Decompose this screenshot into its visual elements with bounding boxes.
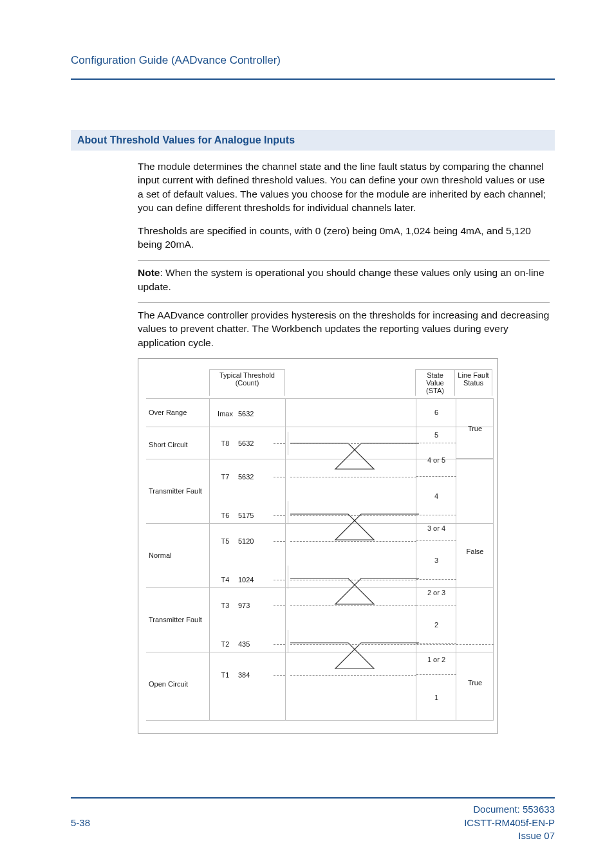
note-top-rule [138, 260, 550, 261]
diagram-header-row: Typical Threshold (Count) State Value (S… [138, 359, 498, 398]
thresh-dash [274, 644, 285, 645]
note-paragraph: Note: When the system is operational you… [138, 266, 550, 293]
state-open-circuit: Open Circuit [146, 652, 209, 716]
thresh-value: 384 [238, 671, 272, 679]
thresh-dash [274, 580, 285, 580]
hdr-line-fault: Line Fault Status [455, 369, 492, 396]
dash-line [290, 605, 416, 606]
thresh-value: 1024 [238, 576, 272, 584]
thresh-dash [274, 515, 285, 516]
sta-3: 3 [416, 541, 456, 580]
thresh-t4: T4 1024 [214, 573, 285, 586]
state-tx-fault-lower: Transmitter Fault [146, 587, 209, 652]
tick [288, 501, 288, 524]
thresh-value: 5175 [238, 512, 272, 519]
hysteresis-icon [290, 508, 419, 546]
hdr-typical-threshold: Typical Threshold (Count) [209, 369, 285, 396]
state-short-circuit: Short Circuit [146, 434, 209, 456]
footer-doc-line2: ICSTT-RM405f-EN-P [464, 817, 555, 829]
sta-1: 1 [416, 675, 456, 720]
lf-true-top: True [456, 398, 494, 459]
hdr-blank [146, 369, 209, 396]
state-tx-fault-upper: Transmitter Fault [146, 459, 209, 523]
thresh-dash [274, 477, 285, 477]
lf-true-bottom: True [456, 644, 494, 720]
thresh-value: 435 [238, 640, 272, 648]
thresh-t2: T2 435 [214, 638, 285, 651]
tick [288, 630, 288, 653]
thresh-t7: T7 5632 [214, 470, 285, 483]
thresh-value: 5120 [238, 537, 272, 545]
thresh-t8: T8 5632 [214, 437, 285, 450]
h-sep [146, 720, 494, 721]
thresh-dash [274, 443, 285, 444]
tick [288, 432, 288, 455]
sta-2or3: 2 or 3 [416, 580, 456, 605]
sta-3or4: 3 or 4 [416, 515, 456, 541]
thresh-label: T2 [214, 640, 236, 648]
tx-fault-label-2: Transmitter Fault [149, 616, 202, 623]
note-bottom-rule [138, 302, 550, 303]
hysteresis-icon [290, 636, 419, 675]
footer-doc-info: Document: 553633 ICSTT-RM405f-EN-P Issue… [464, 803, 555, 842]
sta-4: 4 [416, 477, 456, 515]
dash-line [290, 675, 416, 676]
thresh-label: T8 [214, 439, 236, 447]
lf-false: False [456, 459, 494, 644]
diagram-body: Over Range Short Circuit Transmitter Fau… [138, 398, 498, 733]
paragraph-1: The module determines the channel state … [138, 160, 550, 215]
thresh-label: Imax [214, 410, 236, 418]
thresh-label: T7 [214, 473, 236, 481]
thresh-label: T5 [214, 537, 236, 545]
thresh-label: T3 [214, 602, 236, 609]
footer-rule [71, 797, 555, 799]
tx-fault-label-1: Transmitter Fault [149, 487, 202, 495]
thresh-value: 5632 [238, 473, 272, 481]
thresh-t5: T5 5120 [214, 535, 285, 548]
thresh-value: 5632 [238, 410, 272, 418]
hysteresis-icon [290, 437, 419, 476]
thresh-label: T4 [214, 576, 236, 584]
dash-line [290, 477, 416, 477]
v-border [209, 398, 210, 720]
thresh-t3: T3 973 [214, 599, 285, 612]
note-label: Note [138, 267, 160, 278]
tick [288, 566, 288, 589]
thresh-t6: T6 5175 [214, 509, 285, 522]
paragraph-2: Thresholds are specified in counts, with… [138, 224, 550, 252]
note-text: : When the system is operational you sho… [138, 267, 544, 291]
state-normal: Normal [146, 523, 209, 587]
state-over-range: Over Range [146, 402, 209, 423]
dash-line [290, 443, 416, 444]
footer-page-number: 5-38 [71, 817, 90, 828]
thresh-t1: T1 384 [214, 669, 285, 681]
thresh-label: T1 [214, 671, 236, 679]
section-heading: About Threshold Values for Analogue Inpu… [71, 130, 555, 151]
thresh-dash [274, 675, 285, 676]
footer-doc-line1: Document: 553633 [464, 803, 555, 816]
sta-6: 6 [416, 398, 456, 427]
page-header: Configuration Guide (AADvance Controller… [71, 54, 555, 78]
hysteresis-icon [290, 572, 419, 611]
dash-line [290, 580, 416, 580]
hdr-state-value: State Value (STA) [415, 369, 455, 396]
hdr-gap [285, 369, 415, 396]
thresh-label: T6 [214, 512, 236, 519]
header-rule [71, 78, 555, 80]
dash-line [290, 541, 416, 542]
thresh-imax: Imax 5632 [214, 407, 285, 420]
thresh-dash [274, 605, 285, 606]
body-text: The module determines the channel state … [138, 160, 550, 349]
v-border [285, 398, 286, 720]
sta-2: 2 [416, 605, 456, 644]
dash-line [290, 515, 416, 516]
sta-5: 5 [416, 427, 456, 443]
sta-1or2: 1 or 2 [416, 644, 456, 675]
thresh-value: 5632 [238, 439, 272, 447]
threshold-diagram: Typical Threshold (Count) State Value (S… [138, 358, 498, 734]
footer-doc-line3: Issue 07 [464, 829, 555, 842]
thresh-value: 973 [238, 602, 272, 609]
thresh-dash [274, 541, 285, 542]
sta-4or5: 4 or 5 [416, 443, 456, 477]
paragraph-3: The AADvance controller provides hystere… [138, 308, 550, 349]
